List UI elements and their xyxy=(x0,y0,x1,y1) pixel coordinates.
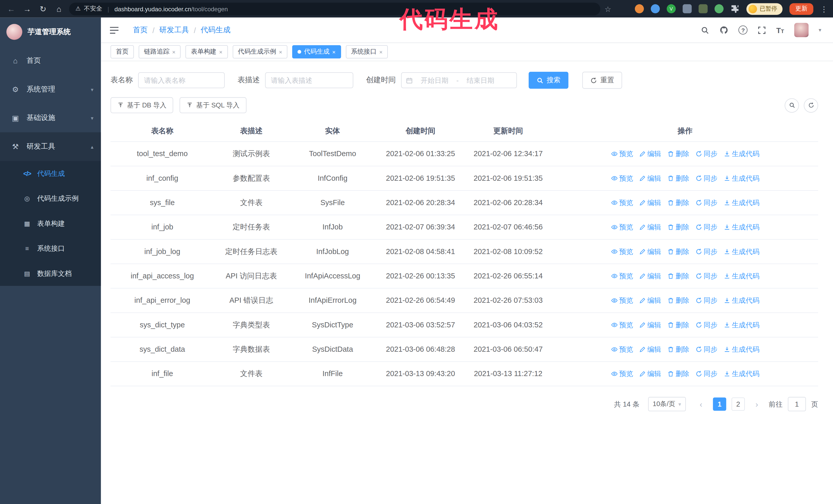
generate-code-link[interactable]: 生成代码 xyxy=(723,197,759,209)
bookmark-star-icon[interactable]: ☆ xyxy=(604,5,611,13)
table-desc-input[interactable] xyxy=(265,72,353,88)
edit-link[interactable]: 编辑 xyxy=(639,319,661,331)
edit-link[interactable]: 编辑 xyxy=(639,173,661,184)
github-icon[interactable] xyxy=(719,25,729,34)
paused-badge[interactable]: 已暂停 xyxy=(746,3,783,15)
sidebar-item-codegen-example[interactable]: ◎ 代码生成示例 xyxy=(0,186,101,211)
preview-link[interactable]: 预览 xyxy=(611,295,633,306)
edit-link[interactable]: 编辑 xyxy=(639,197,661,209)
help-icon[interactable]: ? xyxy=(739,25,748,34)
extension-icon-6[interactable] xyxy=(715,4,723,13)
sidebar-item-codegen[interactable]: </> 代码生成 xyxy=(0,161,101,186)
tab-close-icon[interactable]: × xyxy=(219,49,222,55)
prev-page-button[interactable]: ‹ xyxy=(694,398,708,411)
breadcrumb-codegen[interactable]: 代码生成 xyxy=(201,25,231,34)
refresh-table-button[interactable] xyxy=(804,98,818,112)
sync-link[interactable]: 同步 xyxy=(695,368,717,379)
preview-link[interactable]: 预览 xyxy=(611,344,633,355)
generate-code-link[interactable]: 生成代码 xyxy=(723,295,759,306)
sync-link[interactable]: 同步 xyxy=(695,270,717,282)
preview-link[interactable]: 预览 xyxy=(611,148,633,160)
page-size-select[interactable]: 10条/页 ▾ xyxy=(648,397,686,411)
sidebar-item-infrastructure[interactable]: ▣ 基础设施 ▾ xyxy=(0,103,101,132)
sidebar-item-devtools[interactable]: ⚒ 研发工具 ▴ xyxy=(0,132,101,161)
sync-link[interactable]: 同步 xyxy=(695,319,717,331)
tab-close-icon[interactable]: × xyxy=(332,49,335,55)
generate-code-link[interactable]: 生成代码 xyxy=(723,221,759,233)
generate-code-link[interactable]: 生成代码 xyxy=(723,319,759,331)
sidebar-item-system[interactable]: ⚙ 系统管理 ▾ xyxy=(0,75,101,103)
start-date-input[interactable] xyxy=(415,76,454,85)
tab-api[interactable]: 系统接口 × xyxy=(346,45,388,58)
generate-code-link[interactable]: 生成代码 xyxy=(723,368,759,379)
preview-link[interactable]: 预览 xyxy=(611,173,633,184)
tab-close-icon[interactable]: × xyxy=(279,49,282,55)
delete-link[interactable]: 删除 xyxy=(667,246,689,257)
preview-link[interactable]: 预览 xyxy=(611,368,633,379)
sidebar-item-db-doc[interactable]: ▤ 数据库文档 xyxy=(0,261,101,286)
sync-link[interactable]: 同步 xyxy=(695,148,717,160)
generate-code-link[interactable]: 生成代码 xyxy=(723,344,759,355)
tab-close-icon[interactable]: × xyxy=(172,49,175,55)
browser-home-icon[interactable]: ⌂ xyxy=(53,4,65,13)
delete-link[interactable]: 删除 xyxy=(667,148,689,160)
reload-icon[interactable]: ↻ xyxy=(37,4,49,14)
edit-link[interactable]: 编辑 xyxy=(639,221,661,233)
edit-link[interactable]: 编辑 xyxy=(639,344,661,355)
forward-icon[interactable]: → xyxy=(21,4,33,13)
tab-form-builder[interactable]: 表单构建 × xyxy=(186,45,228,58)
preview-link[interactable]: 预览 xyxy=(611,319,633,331)
date-range-picker[interactable]: - xyxy=(401,72,517,88)
sync-link[interactable]: 同步 xyxy=(695,221,717,233)
edit-link[interactable]: 编辑 xyxy=(639,246,661,257)
address-bar[interactable]: ⚠ 不安全 | dashboard.yudao.iocoder.cn/tool/… xyxy=(69,2,600,15)
extension-icon-5[interactable] xyxy=(699,4,708,13)
delete-link[interactable]: 删除 xyxy=(667,197,689,209)
sidebar-item-api[interactable]: ≡ 系统接口 xyxy=(0,236,101,261)
import-db-button[interactable]: 基于 DB 导入 xyxy=(111,97,173,113)
generate-code-link[interactable]: 生成代码 xyxy=(723,148,759,160)
preview-link[interactable]: 预览 xyxy=(611,197,633,209)
tab-codegen-example[interactable]: 代码生成示例 × xyxy=(233,45,288,58)
page-button-1[interactable]: 1 xyxy=(713,398,727,411)
generate-code-link[interactable]: 生成代码 xyxy=(723,246,759,257)
delete-link[interactable]: 删除 xyxy=(667,173,689,184)
extension-icon-4[interactable] xyxy=(683,4,691,13)
update-button[interactable]: 更新 xyxy=(789,3,813,15)
generate-code-link[interactable]: 生成代码 xyxy=(723,173,759,184)
breadcrumb-home[interactable]: 首页 xyxy=(133,25,148,34)
sync-link[interactable]: 同步 xyxy=(695,344,717,355)
tab-codegen[interactable]: 代码生成 × xyxy=(292,45,341,58)
hamburger-icon[interactable] xyxy=(110,26,119,34)
font-size-icon[interactable]: TT xyxy=(776,26,784,34)
extensions-puzzle-icon[interactable] xyxy=(731,4,739,13)
sync-link[interactable]: 同步 xyxy=(695,246,717,257)
delete-link[interactable]: 删除 xyxy=(667,368,689,379)
delete-link[interactable]: 删除 xyxy=(667,344,689,355)
delete-link[interactable]: 删除 xyxy=(667,221,689,233)
end-date-input[interactable] xyxy=(461,76,500,85)
search-icon[interactable] xyxy=(701,26,710,34)
generate-code-link[interactable]: 生成代码 xyxy=(723,270,759,282)
avatar[interactable] xyxy=(794,23,809,37)
edit-link[interactable]: 编辑 xyxy=(639,148,661,160)
breadcrumb-devtools[interactable]: 研发工具 xyxy=(160,25,189,34)
goto-page-input[interactable] xyxy=(788,397,806,411)
preview-link[interactable]: 预览 xyxy=(611,246,633,257)
edit-link[interactable]: 编辑 xyxy=(639,368,661,379)
search-button[interactable]: 搜索 xyxy=(528,72,568,89)
delete-link[interactable]: 删除 xyxy=(667,319,689,331)
preview-link[interactable]: 预览 xyxy=(611,221,633,233)
import-sql-button[interactable]: 基于 SQL 导入 xyxy=(180,97,246,113)
sidebar-item-form-builder[interactable]: ▦ 表单构建 xyxy=(0,211,101,236)
delete-link[interactable]: 删除 xyxy=(667,270,689,282)
page-button-2[interactable]: 2 xyxy=(732,398,745,411)
preview-link[interactable]: 预览 xyxy=(611,270,633,282)
toggle-search-button[interactable] xyxy=(785,98,799,112)
sync-link[interactable]: 同步 xyxy=(695,197,717,209)
back-icon[interactable]: ← xyxy=(5,4,17,13)
table-name-input[interactable] xyxy=(138,72,225,88)
edit-link[interactable]: 编辑 xyxy=(639,295,661,306)
reset-button[interactable]: 重置 xyxy=(582,72,622,89)
delete-link[interactable]: 删除 xyxy=(667,295,689,306)
